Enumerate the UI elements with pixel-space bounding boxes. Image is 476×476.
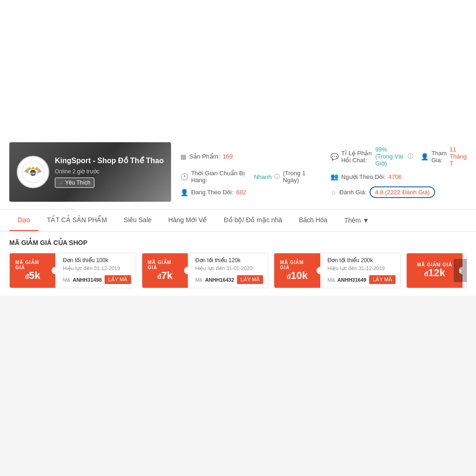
code-label-1: Mã [63,277,70,283]
ti-le-value: 99% (Trong Vài Giờ) [375,146,405,167]
nguoi-theo-doi-value: 4706 [388,173,402,180]
tab-do-bo[interactable]: Đồ bộ/ Đồ mặc nhà [215,210,290,231]
coupon-right-2: Đơn tối thiểu 120k Hiệu lực đến 31-01-20… [188,253,268,288]
thoi-gian-value: Nhanh [254,173,271,180]
tab-dao[interactable]: Dạo [9,210,39,231]
coupon-ma-label-3: MÃ GIẢM GIÁ [280,260,314,270]
coupon-amount-2: đ7k [157,270,172,281]
nav-tabs: Dạo TẤT CẢ SẢN PHẨM Siêu Sale Hàng Mới V… [0,210,476,231]
clock-icon: 🕐 [180,173,188,180]
stat-danh-gia: ☆ Đánh Giá: 4.8 (2222 Đánh Giá) [331,186,467,198]
stat-ti-le: 💬 Tỉ Lệ Phản Hồi Chat: 99% (Trong Vài Gi… [331,146,467,167]
stat-dang-theo-doi: 👤 Đang Theo Dõi: 682 [180,186,317,198]
coupon-right-3: Đơn tối thiểu 200k Hiệu lực đến 31-12-20… [320,253,400,288]
stat-nguoi-theo-doi: 👥 Người Theo Dõi: 4706 [331,170,467,184]
tab-bach-hoa[interactable]: Bách Hóa [291,210,336,231]
info-icon2[interactable]: ⓘ [274,173,280,181]
lay-ma-button-1[interactable]: LẤY MÃ [105,275,131,284]
tab-sieu-sale[interactable]: Siêu Sale [115,210,160,231]
follow-label: Yêu Thích [65,179,90,186]
product-icon: ▦ [180,153,186,160]
nguoi-theo-doi-label: Người Theo Dõi: [341,173,385,180]
coupon-amount-1: đ5k [25,270,40,281]
lay-ma-button-3[interactable]: LẤY MÃ [369,275,396,284]
currency-4: đ [424,270,428,278]
thoi-gian-sub: (Trong 1 Ngày) [283,170,317,184]
coupon-expire-2: Hiệu lực đến 31-01-2020 [195,265,263,271]
more-label: Thêm [344,217,361,224]
amount-3: 10k [291,270,308,281]
coupon-left-1: MÃ GIẢM GIÁ đ5k [10,253,55,288]
chat-icon: 💬 [331,153,338,160]
dang-theo-doi-label: Đang Theo Dõi: [191,189,233,196]
svg-text:KING: KING [30,172,36,175]
following-icon: 👤 [180,189,188,196]
bottom-spacer [0,314,476,454]
coupon-code-row-1: Mã ANHH31498 LẤY MÃ [63,275,131,284]
coupon-left-3: MÃ GIẢM GIÁ đ10k [274,253,320,288]
svg-text:SPORT: SPORT [30,176,35,178]
rating-circle: 4.8 (2222 Đánh Giá) [370,186,436,198]
coupon-amount-4: đ12k [424,267,445,278]
coupon-card-1: MÃ GIẢM GIÁ đ5k Đơn tối thiểu 100k Hiệu … [9,253,136,288]
coupon-ma-label-2: MÃ GIẢM GIÁ [148,260,182,270]
coupon-code-1: ANHH31498 [73,277,101,283]
code-label-2: Mã [195,277,202,283]
san-pham-label: Sản Phẩm: [189,153,220,160]
coupon-min-1: Đơn tối thiểu 100k [63,257,131,264]
coupon-min-3: Đơn tối thiểu 200k [328,257,396,264]
coupon-amount-3: đ10k [287,270,308,281]
coupon-section: MÃ GIẢM GIÁ CỦA SHOP MÃ GIẢM GIÁ đ5k Đơn… [0,231,476,296]
page-content: MÃ GIẢM GIÁ CỦA SHOP MÃ GIẢM GIÁ đ5k Đơn… [0,231,476,314]
coupon-right-1: Đơn tối thiểu 100k Hiệu lực đến 31-12-20… [55,253,135,288]
shop-profile-card: KING SPORT KingSport - Shop Đồ Thể Thao … [9,142,171,202]
dang-theo-doi-value: 682 [236,189,246,196]
coupon-card-2: MÃ GIẢM GIÁ đ7k Đơn tối thiểu 120k Hiệu … [142,253,269,288]
chevron-down-icon: ▼ [363,217,369,224]
info-icon[interactable]: ⓘ [408,152,413,160]
coupon-left-2: MÃ GIẢM GIÁ đ7k [142,253,188,288]
shop-avatar: KING SPORT [17,156,49,188]
carousel-next-button[interactable]: › [454,259,467,282]
amount-2: 7k [161,270,172,281]
coupon-code-2: ANHH16432 [205,277,234,283]
shop-stats: ▦ Sản Phẩm: 169 💬 Tỉ Lệ Phản Hồi Chat: 9… [180,142,467,202]
top-spacer [0,0,476,135]
tab-more[interactable]: Thêm ▼ [336,210,377,231]
person-icon: 👤 [421,153,429,160]
coupon-card-3: MÃ GIẢM GIÁ đ10k Đơn tối thiểu 200k Hiệu… [274,253,401,288]
followers-icon: 👥 [331,173,338,180]
currency-1: đ [25,273,29,280]
tab-hang-moi[interactable]: Hàng Mới Về [160,210,215,231]
lay-ma-button-2[interactable]: LẤY MÃ [237,275,264,284]
coupon-title: MÃ GIẢM GIÁ CỦA SHOP [9,239,467,246]
coupon-code-row-2: Mã ANHH16432 LẤY MÃ [195,275,263,284]
danh-gia-value: 4.8 (2222 Đánh Giá) [375,189,430,196]
coupon-expire-3: Hiệu lực đến 31-12-2019 [328,265,396,271]
stat-san-pham: ▦ Sản Phẩm: 169 [180,146,317,167]
shop-header: KING SPORT KingSport - Shop Đồ Thể Thao … [0,135,476,210]
coupon-code-3: ANHH31649 [337,277,366,283]
star-icon: ☆ [331,189,337,196]
checkmark-icon: ✓ [59,180,63,186]
amount-1: 5k [29,270,40,281]
tab-all-products[interactable]: TẤT CẢ SẢN PHẨM [39,210,115,231]
coupon-list: MÃ GIẢM GIÁ đ5k Đơn tối thiểu 100k Hiệu … [9,253,467,288]
danh-gia-label: Đánh Giá: [339,189,367,196]
tham-gia-label: Tham Gia: [431,150,447,164]
ti-le-label: Tỉ Lệ Phản Hồi Chat: [341,150,372,164]
shop-online-status: Online 2 giờ trước [55,168,164,175]
follow-button[interactable]: ✓ Yêu Thích [55,178,94,188]
tham-gia-value: 11 Tháng T [450,146,467,167]
coupon-code-row-3: Mã ANHH31649 LẤY MÃ [328,275,396,284]
coupon-min-2: Đơn tối thiểu 120k [195,257,263,264]
thoi-gian-label: Thời Gian Chuẩn Bị Hàng: [191,170,251,184]
coupon-expire-1: Hiệu lực đến 31-12-2019 [63,265,131,271]
shop-info: KingSport - Shop Đồ Thể Thao Online 2 gi… [55,156,164,188]
currency-2: đ [157,273,161,280]
san-pham-value: 169 [223,153,233,160]
coupon-ma-label-1: MÃ GIẢM GIÁ [15,260,50,270]
code-label-3: Mã [328,277,335,283]
shop-name: KingSport - Shop Đồ Thể Thao [55,156,164,166]
stat-thoi-gian: 🕐 Thời Gian Chuẩn Bị Hàng: Nhanh ⓘ (Tron… [180,170,317,184]
